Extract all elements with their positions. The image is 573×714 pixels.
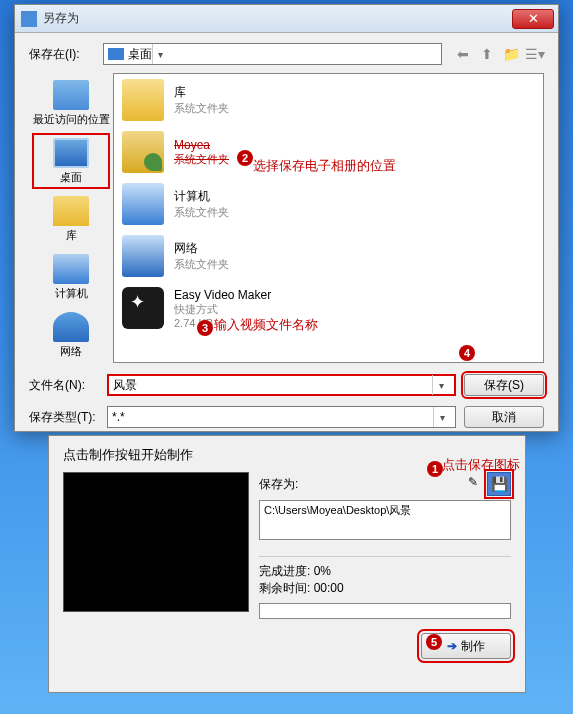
file-item-evm[interactable]: Easy Video Maker快捷方式2.74 KB	[114, 282, 543, 334]
anno-text-1: 点击保存图标	[442, 456, 520, 474]
folder-icon	[122, 79, 164, 121]
app-icon	[21, 11, 37, 27]
save-button[interactable]: 保存(S)	[464, 374, 544, 396]
cancel-button[interactable]: 取消	[464, 406, 544, 428]
place-label: 桌面	[60, 170, 82, 185]
anno-text-3: 输入视频文件名称	[214, 316, 318, 334]
anno-badge-5: 5	[426, 634, 442, 650]
chevron-down-icon: ▾	[152, 44, 168, 64]
lookin-label: 保存在(I):	[29, 46, 97, 63]
arrow-right-icon: ➔	[447, 639, 457, 653]
make-btn-label: 制作	[461, 638, 485, 655]
anno-badge-4: 4	[459, 345, 475, 361]
file-list[interactable]: 库系统文件夹 Moyea系统文件夹 计算机系统文件夹 网络系统文件夹 Easy …	[113, 73, 544, 363]
filetype-value: *.*	[112, 410, 125, 424]
lookin-select[interactable]: 桌面 ▾	[103, 43, 442, 65]
file-item-network[interactable]: 网络系统文件夹	[114, 230, 543, 282]
desktop-icon	[53, 138, 89, 168]
computer-icon	[53, 254, 89, 284]
evm-icon	[122, 287, 164, 329]
title-bar: 另存为 ✕	[15, 5, 558, 33]
save-path-value: C:\Users\Moyea\Desktop\风景	[264, 504, 411, 516]
video-preview	[63, 472, 249, 612]
libraries-icon	[53, 196, 89, 226]
progress-label: 完成进度:	[259, 564, 310, 578]
close-button[interactable]: ✕	[512, 9, 554, 29]
chevron-down-icon[interactable]: ▾	[433, 407, 451, 427]
user-folder-icon	[122, 131, 164, 173]
anno-text-2: 选择保存电子相册的位置	[253, 157, 396, 175]
save-disk-button[interactable]: 💾	[487, 472, 511, 496]
save-path-field[interactable]: C:\Users\Moyea\Desktop\风景	[259, 500, 511, 540]
chevron-down-icon[interactable]: ▾	[432, 375, 450, 395]
wand-icon[interactable]: ✎	[463, 472, 483, 492]
filename-value: 风景	[113, 377, 137, 394]
desktop-mini-icon	[108, 48, 124, 60]
back-icon[interactable]: ⬅	[454, 45, 472, 63]
network-file-icon	[122, 235, 164, 277]
recent-icon	[53, 80, 89, 110]
filename-input[interactable]: 风景 ▾	[107, 374, 456, 396]
file-sub: 系统文件夹	[174, 257, 229, 272]
file-item-libraries[interactable]: 库系统文件夹	[114, 74, 543, 126]
remain-value: 00:00	[314, 581, 344, 595]
dialog-title: 另存为	[43, 10, 512, 27]
place-label: 网络	[60, 344, 82, 359]
anno-badge-2: 2	[237, 150, 253, 166]
progress-bar	[259, 603, 511, 619]
place-label: 库	[66, 228, 77, 243]
file-name: 库	[174, 84, 229, 101]
filetype-select[interactable]: *.* ▾	[107, 406, 456, 428]
place-network[interactable]: 网络	[32, 307, 110, 363]
file-name: 网络	[174, 240, 229, 257]
save-as-label: 保存为:	[259, 476, 298, 493]
filetype-label: 保存类型(T):	[29, 409, 99, 426]
file-sub: 系统文件夹	[174, 101, 229, 116]
filename-label: 文件名(N):	[29, 377, 99, 394]
file-name: Easy Video Maker	[174, 288, 271, 302]
up-icon[interactable]: ⬆	[478, 45, 496, 63]
place-label: 计算机	[55, 286, 88, 301]
remain-label: 剩余时间:	[259, 581, 310, 595]
save-as-dialog: 另存为 ✕ 保存在(I): 桌面 ▾ ⬅ ⬆ 📁 ☰▾ 最近访问的位置	[14, 4, 559, 432]
file-sub: 快捷方式	[174, 302, 271, 317]
place-desktop[interactable]: 桌面	[32, 133, 110, 189]
place-libraries[interactable]: 库	[32, 191, 110, 247]
file-sub: 系统文件夹	[174, 152, 229, 167]
place-computer[interactable]: 计算机	[32, 249, 110, 305]
new-folder-icon[interactable]: 📁	[502, 45, 520, 63]
place-recent[interactable]: 最近访问的位置	[32, 75, 110, 131]
computer-file-icon	[122, 183, 164, 225]
place-label: 最近访问的位置	[33, 112, 110, 127]
progress-value: 0%	[314, 564, 331, 578]
anno-badge-3: 3	[197, 320, 213, 336]
network-icon	[53, 312, 89, 342]
view-menu-icon[interactable]: ☰▾	[526, 45, 544, 63]
places-bar: 最近访问的位置 桌面 库 计算机 网络	[29, 73, 113, 363]
file-sub: 系统文件夹	[174, 205, 229, 220]
file-name: 计算机	[174, 188, 229, 205]
file-name: Moyea	[174, 138, 229, 152]
file-item-computer[interactable]: 计算机系统文件夹	[114, 178, 543, 230]
lookin-value: 桌面	[128, 46, 152, 63]
anno-badge-1: 1	[427, 461, 443, 477]
